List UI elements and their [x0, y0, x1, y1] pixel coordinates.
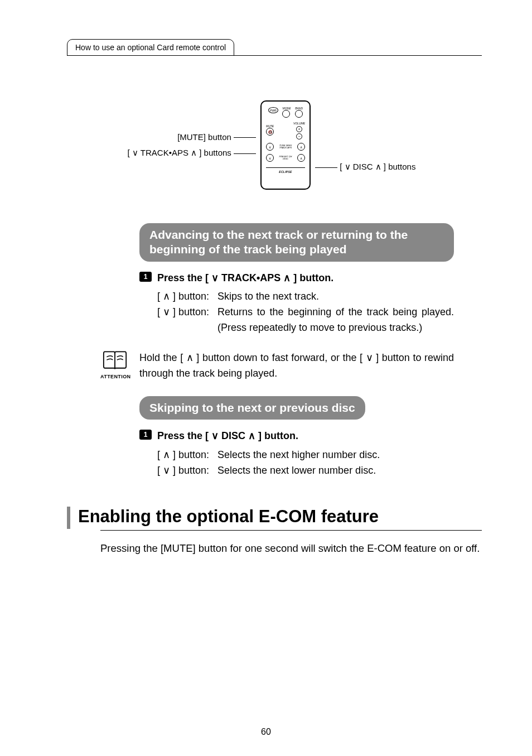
page-number: 60 — [0, 727, 532, 737]
track-down-remote: ∨ — [266, 143, 274, 151]
track-mid-label: TUNE SEEK TRACK APS — [279, 145, 292, 149]
section-pill-disc: Skipping to the next or previous disc — [139, 396, 365, 420]
track-down-key: [ ∨ ] button: — [157, 305, 213, 336]
attention-caption: ATTENTION — [100, 374, 129, 379]
step-number-track: 1 — [139, 272, 152, 282]
vol-down: − — [296, 133, 302, 139]
vol-up: + — [296, 126, 302, 132]
disc-up-key: [ ∧ ] button: — [157, 447, 213, 463]
label-mute: [MUTE] button — [122, 129, 256, 146]
step-number-disc: 1 — [139, 430, 152, 440]
header-tab: How to use an optional Card remote contr… — [67, 39, 234, 56]
mode-button — [282, 110, 290, 118]
remote-brand: ECLIPSE — [266, 170, 305, 174]
track-up-val: Skips to the next track. — [217, 289, 454, 305]
mute-button-remote: 🔇 — [266, 128, 274, 136]
mute-label-remote: MUTE — [266, 125, 291, 128]
pwr-button: PWR — [268, 107, 278, 113]
disc-down-key: [ ∨ ] button: — [157, 463, 213, 479]
step-title-disc: Press the [ ∨ DISC ∧ ] button. — [157, 428, 454, 444]
attention-icon: ATTENTION — [100, 350, 129, 379]
h2-title: Enabling the optional E-COM feature — [78, 507, 379, 529]
disc-down-remote: ∨ — [266, 154, 274, 162]
label-track-aps: [ ∨ TRACK•APS ∧ ] buttons — [122, 145, 256, 161]
disc-mid-label: PRESET CH DISC — [279, 156, 292, 160]
band-label: BAND — [295, 107, 303, 110]
mode-label: MODE — [282, 107, 291, 110]
disc-up-val: Selects the next higher number disc. — [217, 447, 454, 463]
track-up-key: [ ∧ ] button: — [157, 289, 213, 305]
track-up-remote: ∧ — [297, 143, 305, 151]
ecom-paragraph: Pressing the [MUTE] button for one secon… — [100, 541, 482, 556]
remote-diagram: [MUTE] button [ ∨ TRACK•APS ∧ ] buttons … — [67, 100, 482, 190]
h2-accent-bar — [67, 507, 70, 529]
h2-rule — [100, 530, 482, 531]
attention-text: Hold the [ ∧ ] button down to fast forwa… — [139, 350, 454, 382]
track-down-val: Returns to the beginning of the track be… — [217, 305, 454, 336]
band-button — [295, 110, 303, 118]
remote-control: PWR MODE BAND MUTE 🔇 VOLUME + — [260, 100, 311, 190]
step-title-track: Press the [ ∨ TRACK•APS ∧ ] button. — [157, 271, 454, 286]
disc-down-val: Selects the next lower number disc. — [217, 463, 454, 479]
disc-up-remote: ∧ — [297, 154, 305, 162]
section-pill-track: Advancing to the next track or returning… — [139, 223, 454, 262]
label-disc: [ ∨ DISC ∧ ] buttons — [315, 162, 427, 172]
volume-label: VOLUME — [293, 122, 305, 125]
